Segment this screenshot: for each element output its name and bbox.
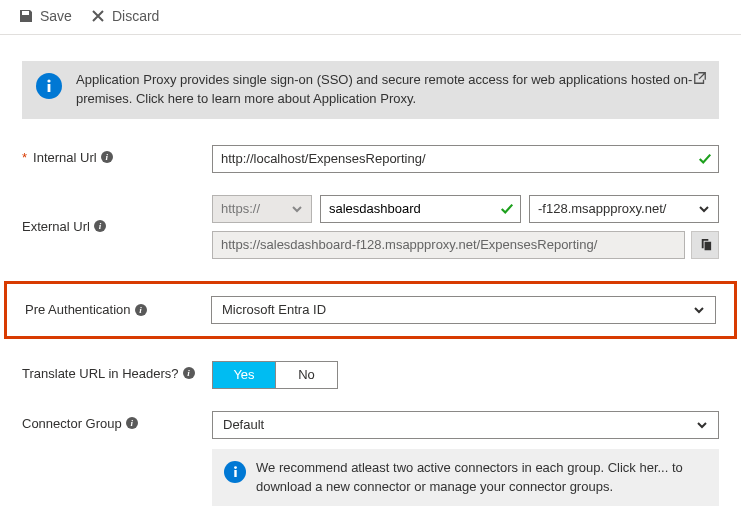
svg-rect-1 <box>48 84 51 92</box>
info-icon <box>224 461 246 483</box>
chevron-down-icon <box>693 304 705 316</box>
internal-url-input[interactable] <box>212 145 719 173</box>
info-banner-text[interactable]: Application Proxy provides single sign-o… <box>76 71 705 109</box>
internal-url-label: * Internal Url i <box>22 145 212 165</box>
toggle-yes[interactable]: Yes <box>213 362 275 388</box>
pre-auth-select[interactable]: Microsoft Entra ID <box>211 296 716 324</box>
connector-recommendation: We recommend atleast two active connecto… <box>212 449 719 507</box>
connector-group-label: Connector Group i <box>22 411 212 431</box>
domain-select[interactable]: -f128.msappproxy.net/ <box>529 195 719 223</box>
external-link-icon[interactable] <box>693 71 707 85</box>
info-icon <box>36 73 62 99</box>
check-icon <box>698 152 712 166</box>
help-icon[interactable]: i <box>101 151 113 163</box>
close-icon <box>90 8 106 24</box>
chevron-down-icon <box>291 203 303 215</box>
scheme-select[interactable]: https:// <box>212 195 312 223</box>
translate-toggle: Yes No <box>212 361 338 389</box>
info-banner: Application Proxy provides single sign-o… <box>22 61 719 119</box>
hostname-input[interactable] <box>320 195 521 223</box>
chevron-down-icon <box>698 203 710 215</box>
chevron-down-icon <box>696 419 708 431</box>
check-icon <box>500 202 514 216</box>
svg-point-0 <box>47 79 50 82</box>
connector-group-select[interactable]: Default <box>212 411 719 439</box>
help-icon[interactable]: i <box>135 304 147 316</box>
help-icon[interactable]: i <box>94 220 106 232</box>
help-icon[interactable]: i <box>126 417 138 429</box>
external-url-label: External Url i <box>22 195 212 234</box>
save-icon <box>18 8 34 24</box>
svg-rect-3 <box>234 470 236 477</box>
pre-auth-highlight: Pre Authentication i Microsoft Entra ID <box>4 281 737 339</box>
save-label: Save <box>40 8 72 24</box>
toggle-no[interactable]: No <box>275 362 337 388</box>
save-button[interactable]: Save <box>18 8 72 24</box>
discard-button[interactable]: Discard <box>90 8 159 24</box>
connector-recommendation-text[interactable]: We recommend atleast two active connecto… <box>256 459 707 497</box>
required-marker: * <box>22 150 27 165</box>
svg-point-2 <box>234 466 237 469</box>
copy-icon <box>698 237 713 252</box>
pre-auth-label: Pre Authentication i <box>25 302 211 317</box>
copy-button[interactable] <box>691 231 719 259</box>
full-external-url: https://salesdashboard-f128.msappproxy.n… <box>212 231 685 259</box>
translate-headers-label: Translate URL in Headers? i <box>22 361 212 381</box>
help-icon[interactable]: i <box>183 367 195 379</box>
discard-label: Discard <box>112 8 159 24</box>
